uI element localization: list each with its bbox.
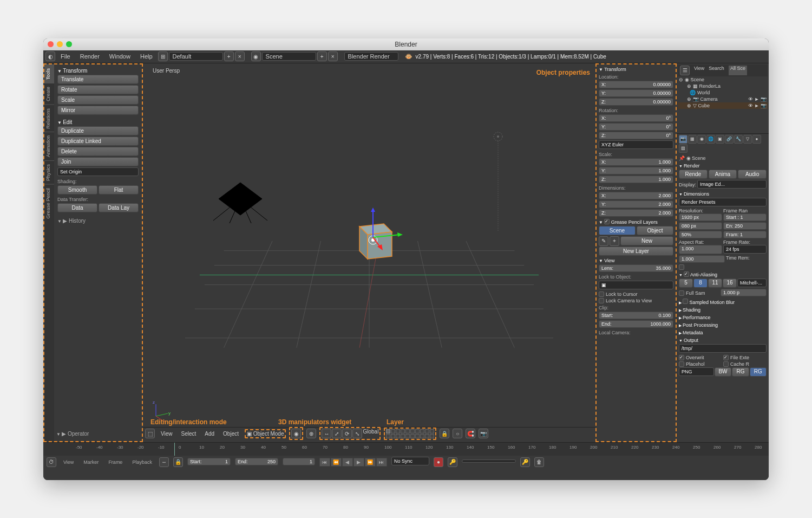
- outliner-search[interactable]: Search: [709, 66, 724, 75]
- tab-tools[interactable]: Tools: [44, 64, 54, 83]
- outliner-renderlayers[interactable]: ⊕ ▦ RenderLa: [678, 83, 768, 89]
- delete-button[interactable]: Delete: [57, 147, 139, 156]
- mode-dropdown[interactable]: ▣ Object Mode: [247, 431, 284, 437]
- jump-start-icon[interactable]: ⏮: [319, 458, 330, 467]
- audio-button[interactable]: Audio: [738, 170, 767, 179]
- delete-key-icon[interactable]: 🗑: [534, 457, 544, 467]
- postprocessing-section-header[interactable]: Post Processing: [679, 321, 767, 329]
- orientation-dropdown[interactable]: Global: [363, 429, 378, 438]
- aa-11[interactable]: 11: [708, 279, 722, 288]
- screen-layout-dropdown[interactable]: Default: [169, 52, 223, 61]
- output-section-header[interactable]: Output: [679, 336, 767, 344]
- operator-panel-header[interactable]: ▶ Operator: [56, 430, 139, 438]
- channel-bw[interactable]: BW: [715, 367, 731, 377]
- channel-rgba[interactable]: RG: [750, 367, 767, 377]
- fps-dropdown[interactable]: 24 fps: [723, 245, 767, 254]
- render-button[interactable]: Rende: [679, 170, 708, 179]
- aspect-y-field[interactable]: 1.000: [679, 255, 725, 263]
- lock-object-dropdown[interactable]: ▣: [599, 281, 673, 289]
- clip-start-field[interactable]: Start:0.100: [599, 312, 673, 319]
- shade-smooth-button[interactable]: Smooth: [57, 185, 97, 195]
- sync-dropdown[interactable]: No Sync: [391, 457, 429, 465]
- manipulator-rotate-icon[interactable]: ⟳: [342, 429, 352, 438]
- cube-object[interactable]: [351, 216, 389, 254]
- tab-greasepencil[interactable]: Grease Pencil: [44, 184, 54, 222]
- tl-playback-menu[interactable]: Playback: [129, 458, 155, 466]
- blender-logo-icon[interactable]: ◐: [45, 51, 55, 61]
- help-menu[interactable]: Help: [136, 52, 157, 61]
- rotation-order-dropdown[interactable]: XYZ Euler: [599, 140, 673, 149]
- grease-pencil-header[interactable]: Grease Pencil Layers: [599, 218, 673, 226]
- manipulator-translate-icon[interactable]: ⤢: [332, 429, 342, 438]
- scale-x-field[interactable]: X:1.000: [599, 158, 673, 166]
- view-panel-header[interactable]: View: [599, 257, 673, 264]
- set-origin-dropdown[interactable]: Set Origin: [57, 167, 139, 176]
- gp-brush-icon[interactable]: ✎: [599, 236, 608, 246]
- render-presets-dropdown[interactable]: Render Presets: [679, 198, 767, 206]
- ptab-renderlayers[interactable]: ▦: [688, 135, 697, 144]
- end-frame-field[interactable]: End:250: [235, 458, 278, 465]
- timeline-editor-icon[interactable]: ⏱: [47, 457, 56, 467]
- frame-step-field[interactable]: Fram: 1: [723, 231, 767, 238]
- loc-x-field[interactable]: X:0.00000: [599, 81, 673, 88]
- edit-panel-header[interactable]: Edit: [57, 118, 139, 126]
- view-menu[interactable]: View: [158, 430, 175, 438]
- aa-8[interactable]: 8: [693, 279, 708, 288]
- outliner-editor-icon[interactable]: ☰: [680, 66, 690, 75]
- aa-section-header[interactable]: Anti-Aliasing: [679, 270, 767, 279]
- ptab-constraints[interactable]: 🔗: [725, 135, 734, 144]
- layout-icon[interactable]: ⊞: [158, 51, 168, 61]
- manipulator-toggle-icon[interactable]: ↔: [322, 429, 331, 438]
- gp-scene-tab[interactable]: Scene: [599, 226, 636, 235]
- dim-y-field[interactable]: Y:2.000: [599, 200, 673, 208]
- remove-layout-icon[interactable]: ×: [235, 51, 245, 61]
- ptab-world[interactable]: 🌐: [706, 135, 715, 144]
- tl-view-menu[interactable]: View: [61, 458, 76, 466]
- ptab-modifiers[interactable]: 🔧: [734, 135, 743, 144]
- scene-dropdown[interactable]: Scene: [262, 52, 316, 61]
- shading-section-header[interactable]: Shading: [679, 306, 767, 314]
- minimize-window-button[interactable]: [57, 41, 63, 47]
- play-reverse-icon[interactable]: ◀: [342, 458, 353, 467]
- snap-icon[interactable]: 🧲: [466, 429, 475, 438]
- close-window-button[interactable]: [48, 41, 54, 47]
- output-path-field[interactable]: /tmp/: [679, 344, 767, 353]
- ptab-data[interactable]: ▽: [743, 135, 752, 144]
- scale-z-field[interactable]: Z:1.000: [599, 176, 673, 183]
- transform-panel-header[interactable]: Transform: [57, 67, 139, 75]
- tab-create[interactable]: Create: [44, 83, 54, 105]
- gp-new-button[interactable]: New: [620, 236, 673, 245]
- data-layout-button[interactable]: Data Lay: [99, 203, 139, 212]
- file-format-dropdown[interactable]: PNG: [679, 367, 714, 376]
- auto-keyframe-icon[interactable]: ●: [434, 457, 443, 467]
- performance-section-header[interactable]: Performance: [679, 314, 767, 321]
- scale-y-field[interactable]: Y:1.000: [599, 167, 673, 174]
- lock-range-icon[interactable]: 🔒: [173, 457, 183, 467]
- res-x-field[interactable]: 1920 px: [679, 213, 722, 221]
- npanel-transform-header[interactable]: Transform: [599, 66, 673, 73]
- outliner-cube[interactable]: ⊕ ▽ Cube 👁 ► 📷: [678, 102, 768, 109]
- mirror-button[interactable]: Mirror: [57, 106, 139, 115]
- loc-y-field[interactable]: Y:0.00000: [599, 89, 673, 97]
- ptab-material[interactable]: ●: [752, 135, 761, 144]
- overwrite-checkbox[interactable]: Overwrit: [679, 354, 722, 361]
- manipulator-gizmo[interactable]: [368, 208, 411, 251]
- render-section-header[interactable]: Render: [679, 162, 767, 170]
- viewport-shading-icon[interactable]: ◉: [291, 429, 301, 438]
- gp-add-icon[interactable]: +: [610, 236, 619, 246]
- data-button[interactable]: Data: [57, 203, 97, 212]
- insert-key-icon[interactable]: 🔑: [520, 457, 530, 467]
- shade-flat-button[interactable]: Flat: [99, 185, 139, 195]
- display-dropdown[interactable]: Image Ed...: [697, 180, 767, 189]
- viewport-canvas[interactable]: User Persp: [143, 63, 595, 427]
- aa-5[interactable]: 5: [679, 279, 693, 288]
- start-frame-field[interactable]: Start:1: [187, 458, 231, 465]
- dimensions-section-header[interactable]: Dimensions: [679, 190, 767, 198]
- tl-frame-menu[interactable]: Frame: [106, 458, 125, 466]
- scene-icon[interactable]: ◉: [251, 51, 261, 61]
- tab-animation[interactable]: Animation: [44, 132, 54, 160]
- keyframe-prev-icon[interactable]: ⏪: [331, 458, 342, 467]
- current-frame-field[interactable]: 1: [283, 458, 315, 465]
- rot-x-field[interactable]: X:0°: [599, 114, 673, 122]
- translate-button[interactable]: Translate: [57, 75, 139, 84]
